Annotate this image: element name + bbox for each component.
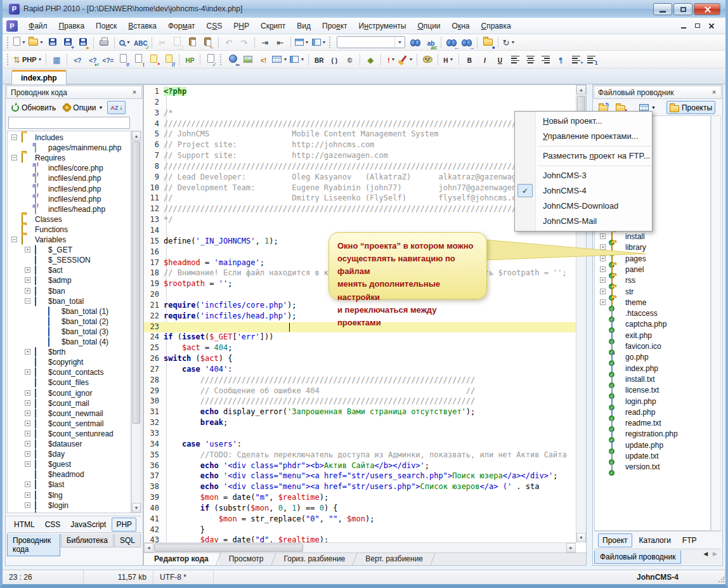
- panel-layout-button[interactable]: ▼: [311, 36, 328, 49]
- menu-item-johncms-4[interactable]: JohnCMS-4✓: [515, 183, 652, 199]
- file-item[interactable]: +✓theme: [595, 297, 710, 308]
- code-line[interactable]: 25 $act = 404;: [144, 343, 576, 354]
- file-item[interactable]: p✓exit.php: [595, 330, 710, 341]
- tree-item[interactable]: +$datauser: [8, 439, 131, 449]
- code-line[interactable]: 39 $mon = date("m", $realtime);: [144, 493, 576, 504]
- code-library-button[interactable]: ▦: [49, 53, 64, 67]
- open-file-button[interactable]: ▼: [27, 36, 45, 49]
- file-item[interactable]: ✓license.txt: [595, 385, 710, 395]
- mdi-close-button[interactable]: [705, 20, 718, 31]
- view-tab-редактор-кода[interactable]: Редактор кода: [144, 553, 219, 565]
- tree-item[interactable]: $headmod: [8, 469, 131, 480]
- toolbar-grip[interactable]: [7, 54, 10, 65]
- menu-item-новый-проект-[interactable]: Новый проект...: [515, 114, 652, 129]
- numbered-list-button[interactable]: 1: [583, 53, 599, 67]
- php-block-alt-button[interactable]: !: [131, 53, 146, 67]
- file-item[interactable]: +✓library: [595, 242, 710, 252]
- paste-special-button[interactable]: ✎: [200, 36, 216, 49]
- menu-вставка[interactable]: Вставка: [122, 19, 162, 33]
- window-layout-button[interactable]: ▼: [294, 36, 311, 49]
- code-line[interactable]: 4///////////////////////////////////////…: [144, 119, 576, 130]
- collapse-icon[interactable]: −: [11, 134, 17, 140]
- insert-image-button[interactable]: [240, 53, 256, 67]
- refresh-button[interactable]: ↻▼: [501, 36, 516, 49]
- tree-item[interactable]: +$day: [8, 449, 131, 459]
- resize-grip[interactable]: [718, 577, 724, 583]
- code-line[interactable]: 12//////////////////////////////////////…: [144, 204, 576, 215]
- tree-item[interactable]: +$login: [8, 500, 131, 511]
- tree-item[interactable]: $_SESSION: [8, 255, 131, 265]
- insert-comment-tag-button[interactable]: <!: [256, 53, 271, 67]
- align-center-button[interactable]: [523, 53, 538, 67]
- tree-item[interactable]: +$count_mail: [8, 398, 131, 408]
- expand-icon[interactable]: +: [25, 390, 30, 396]
- file-item[interactable]: ✓.htaccess: [595, 308, 710, 318]
- minimize-button[interactable]: [653, 3, 672, 15]
- php-open-tag-button[interactable]: <?: [70, 53, 85, 67]
- code-line[interactable]: 3/*: [144, 108, 576, 119]
- menu-item-johncms-3[interactable]: JohnCMS-3: [515, 168, 652, 183]
- php-block-button[interactable]: #: [115, 53, 131, 67]
- tree-item[interactable]: −Requires: [8, 153, 131, 163]
- code-line[interactable]: 34 case 'users':: [144, 440, 576, 450]
- code-line[interactable]: 2: [144, 98, 576, 108]
- code-line[interactable]: 26switch ($act) {: [144, 354, 576, 365]
- code-line[interactable]: 33: [144, 429, 576, 440]
- comment-note-button[interactable]: *: [146, 53, 161, 67]
- close-button[interactable]: [694, 3, 720, 15]
- projects-button[interactable]: Проекты: [666, 101, 715, 114]
- expand-icon[interactable]: +: [25, 451, 30, 457]
- toolbar-grip[interactable]: [220, 54, 223, 65]
- scroll-up-icon[interactable]: ▲: [576, 85, 586, 95]
- lang-php-button[interactable]: PHP: [112, 518, 136, 532]
- tab-библиотека[interactable]: Библиотека: [61, 534, 114, 547]
- expand-icon[interactable]: +: [25, 247, 30, 252]
- expand-icon[interactable]: +: [600, 233, 606, 239]
- file-explorer-scrollbar[interactable]: [711, 115, 721, 531]
- tab-sql[interactable]: SQL: [114, 534, 141, 547]
- tree-item[interactable]: +$count_ignor: [8, 388, 131, 398]
- php-echo-tag-button[interactable]: <?=: [100, 53, 115, 67]
- tree-item[interactable]: +$count_sentunread: [8, 429, 131, 439]
- file-item[interactable]: ✓update.txt: [595, 451, 710, 461]
- insert-br-button[interactable]: BR: [311, 53, 327, 67]
- code-line[interactable]: 40 if (substr($mon, 0, 1) == 0) {: [144, 504, 576, 514]
- code-line[interactable]: 7// Support site: http://gazenwagen.com: [144, 151, 576, 162]
- lang-html-button[interactable]: HTML: [10, 518, 39, 532]
- new-file-button[interactable]: ▼: [12, 36, 27, 49]
- tree-item[interactable]: $ban_total (4): [8, 337, 131, 347]
- pilcrow-button[interactable]: ¶: [553, 53, 568, 67]
- print-button[interactable]: [96, 36, 112, 49]
- expand-icon[interactable]: +: [25, 349, 30, 355]
- tree-item[interactable]: +$lng: [8, 490, 131, 500]
- tree-item[interactable]: $count_files: [8, 377, 131, 388]
- expand-icon[interactable]: +: [25, 400, 30, 406]
- menu-проект[interactable]: Проект: [316, 19, 353, 33]
- close-icon[interactable]: ×: [710, 88, 718, 97]
- mdi-restore-button[interactable]: [691, 20, 704, 31]
- menu-поиск[interactable]: Поиск: [90, 19, 122, 33]
- expand-icon[interactable]: +: [25, 441, 30, 447]
- view-tab-верт-разбиение[interactable]: Верт. разбиение: [355, 553, 433, 565]
- scroll-down-icon[interactable]: ▼: [132, 503, 141, 513]
- view-tab-гориз-разбиение[interactable]: Гориз. разбиение: [274, 553, 356, 565]
- expand-icon[interactable]: +: [25, 461, 30, 467]
- code-line[interactable]: 35 //TODO: Сделать переключатель доступа…: [144, 450, 576, 461]
- collapse-icon[interactable]: −: [11, 155, 17, 160]
- preview-button[interactable]: ▼: [117, 36, 133, 49]
- align-right-button[interactable]: [538, 53, 553, 67]
- file-item[interactable]: +✓rss: [595, 275, 710, 285]
- tree-item[interactable]: +$count_sentmail: [8, 419, 131, 429]
- code-line[interactable]: 5// JohnCMS Mobile Content Management Sy…: [144, 129, 576, 140]
- lang-javascript-button[interactable]: JavaScript: [66, 518, 110, 532]
- scroll-right-icon[interactable]: ►: [566, 543, 576, 552]
- menu-справка[interactable]: Справка: [475, 19, 516, 33]
- expand-icon[interactable]: +: [25, 492, 30, 498]
- comment-line-button[interactable]: //: [161, 53, 176, 67]
- tree-item[interactable]: #!incfiles/end.php: [8, 184, 131, 194]
- insert-form-button[interactable]: ▼: [289, 53, 306, 67]
- code-line[interactable]: 8///////////////////////////////////////…: [144, 162, 576, 173]
- save-button[interactable]: [45, 36, 60, 49]
- file-item[interactable]: ✓version.txt: [595, 462, 710, 472]
- tree-item[interactable]: #!incfiles/end.php: [8, 194, 131, 204]
